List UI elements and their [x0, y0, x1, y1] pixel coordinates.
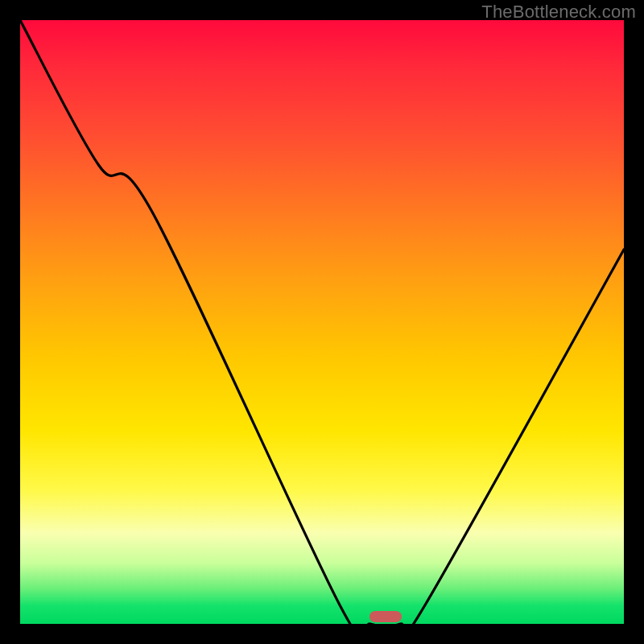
chart-frame: TheBottleneck.com — [0, 0, 644, 644]
plot-area — [20, 20, 624, 624]
optimal-point-marker — [369, 611, 402, 622]
bottleneck-curve — [20, 20, 624, 624]
curve-path — [20, 20, 624, 624]
